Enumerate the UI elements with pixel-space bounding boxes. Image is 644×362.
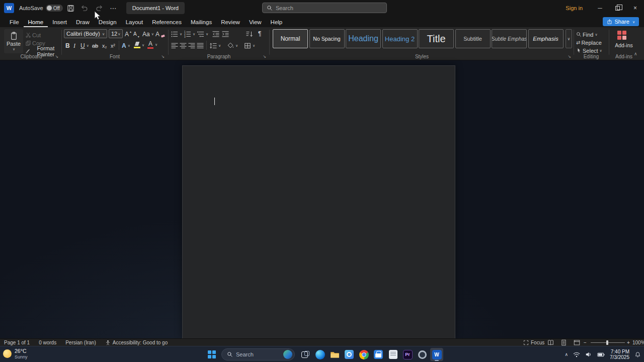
minimize-button[interactable]: ─: [591, 0, 609, 16]
tab-home[interactable]: Home: [24, 18, 48, 27]
sort-button[interactable]: [246, 30, 253, 38]
settings-button[interactable]: [416, 348, 429, 361]
bold-button[interactable]: B: [65, 41, 70, 50]
style-title[interactable]: Title: [419, 29, 454, 48]
align-center-button[interactable]: [180, 41, 187, 50]
collapse-ribbon-button[interactable]: ∧: [634, 51, 637, 56]
focus-mode-button[interactable]: Focus: [523, 339, 544, 346]
task-view-button[interactable]: [299, 348, 312, 361]
taskbar-search-box[interactable]: [221, 348, 295, 360]
word-taskbar-button[interactable]: W: [430, 348, 443, 361]
titlebar-search-box[interactable]: [262, 3, 387, 13]
word-app-icon[interactable]: W: [4, 3, 14, 13]
sign-in-button[interactable]: Sign in: [560, 0, 588, 16]
font-dialog-launcher[interactable]: ↘: [161, 55, 165, 59]
decrease-indent-button[interactable]: [212, 30, 219, 38]
zoom-in-button[interactable]: +: [627, 339, 630, 346]
accessibility-checker[interactable]: Accessibility: Good to go: [105, 340, 168, 345]
bullet-list-button[interactable]: ∨: [171, 30, 182, 38]
cut-button[interactable]: Cut: [25, 31, 41, 39]
taskbar-weather-widget[interactable]: 26°C Sunny: [3, 348, 28, 359]
justify-button[interactable]: [197, 41, 204, 50]
superscript-button[interactable]: x²: [111, 41, 115, 50]
replace-button[interactable]: ⇄ Replace: [576, 38, 602, 47]
wifi-icon[interactable]: [573, 351, 580, 358]
style-emphasis[interactable]: Emphasis: [528, 29, 564, 48]
clear-formatting-button[interactable]: A: [155, 30, 164, 38]
highlight-color-button[interactable]: ∨: [134, 41, 144, 49]
more-commands-button[interactable]: ⋯: [107, 2, 119, 14]
save-button[interactable]: [65, 2, 77, 14]
font-size-combo[interactable]: 12 ∨: [109, 29, 123, 38]
change-case-button[interactable]: Aa ∨: [142, 30, 154, 38]
italic-button[interactable]: I: [73, 41, 75, 50]
premiere-button[interactable]: Pr: [401, 348, 414, 361]
shading-button[interactable]: ∨: [227, 41, 238, 50]
paste-button[interactable]: Paste ∨: [4, 29, 23, 53]
tab-layout[interactable]: Layout: [121, 18, 148, 27]
numbered-list-button[interactable]: ∨: [184, 30, 195, 38]
read-mode-button[interactable]: [547, 339, 554, 346]
undo-button[interactable]: [79, 2, 91, 14]
tab-references[interactable]: References: [147, 18, 186, 27]
volume-icon[interactable]: [585, 351, 592, 358]
align-left-button[interactable]: [171, 41, 178, 50]
battery-icon[interactable]: [597, 351, 605, 358]
language-indicator[interactable]: Persian (Iran): [65, 340, 96, 345]
shrink-font-button[interactable]: A▾: [133, 30, 139, 38]
zoom-out-button[interactable]: −: [584, 339, 587, 346]
chrome-button[interactable]: [357, 348, 370, 361]
search-highlight-image[interactable]: [283, 350, 292, 359]
print-layout-button[interactable]: [560, 339, 567, 346]
tab-file[interactable]: File: [5, 18, 24, 27]
style-subtitle[interactable]: Subtitle: [455, 29, 491, 48]
photos-button[interactable]: [343, 348, 356, 361]
edge-taskbar-button[interactable]: [313, 348, 327, 361]
line-spacing-button[interactable]: ∨: [210, 41, 221, 50]
subscript-button[interactable]: x₂: [102, 41, 107, 50]
style-normal[interactable]: Normal: [273, 29, 308, 48]
document-title-tab[interactable]: Document1 - Word: [126, 2, 185, 14]
borders-button[interactable]: ∨: [244, 41, 255, 50]
tab-mailings[interactable]: Mailings: [186, 18, 216, 27]
style-subtle-emphasis[interactable]: Subtle Emphas: [492, 29, 527, 48]
web-layout-button[interactable]: [574, 339, 580, 346]
align-right-button[interactable]: [188, 41, 195, 50]
multilevel-list-button[interactable]: ∨: [197, 30, 208, 38]
styles-dialog-launcher[interactable]: ↘: [568, 55, 571, 59]
store-button[interactable]: [372, 348, 385, 361]
autosave-switch[interactable]: Off: [46, 5, 63, 12]
strikethrough-button[interactable]: ab: [92, 41, 98, 50]
share-button[interactable]: Share ∨: [603, 17, 639, 26]
notepad-button[interactable]: [386, 348, 399, 361]
clipboard-dialog-launcher[interactable]: ↘: [55, 55, 58, 59]
underline-button[interactable]: U ∨: [80, 41, 89, 50]
taskbar-search-input[interactable]: [236, 351, 280, 357]
style-heading-1[interactable]: Heading: [346, 29, 381, 48]
page-indicator[interactable]: Page 1 of 1: [4, 340, 30, 345]
tab-review[interactable]: Review: [216, 18, 245, 27]
document-page[interactable]: [182, 65, 455, 338]
addins-button[interactable]: [617, 30, 626, 40]
file-explorer-button[interactable]: [328, 348, 341, 361]
notification-bell-icon[interactable]: [634, 351, 641, 358]
tab-draw[interactable]: Draw: [71, 18, 94, 27]
increase-indent-button[interactable]: [222, 30, 229, 38]
font-name-combo[interactable]: Calibri (Body) ∨: [64, 29, 107, 38]
font-color-button[interactable]: A ∨: [147, 40, 157, 49]
restore-button[interactable]: [609, 0, 626, 16]
tab-insert[interactable]: Insert: [48, 18, 71, 27]
start-button[interactable]: [205, 348, 218, 361]
autosave-toggle[interactable]: AutoSave Off: [19, 5, 63, 12]
zoom-slider-thumb[interactable]: [606, 340, 608, 345]
zoom-level[interactable]: 100%: [632, 339, 644, 346]
paragraph-dialog-launcher[interactable]: ↘: [263, 55, 266, 59]
taskbar-clock[interactable]: 7:40 PM 7/3/2025: [610, 349, 629, 360]
tab-view[interactable]: View: [245, 18, 266, 27]
text-effects-button[interactable]: A ∨: [122, 41, 130, 50]
close-button[interactable]: ×: [626, 0, 644, 16]
styles-gallery-more-button[interactable]: ∨: [566, 29, 572, 48]
find-button[interactable]: Find ∨: [576, 30, 598, 39]
titlebar-search-input[interactable]: [276, 5, 382, 11]
grow-font-button[interactable]: A▴: [125, 30, 131, 38]
